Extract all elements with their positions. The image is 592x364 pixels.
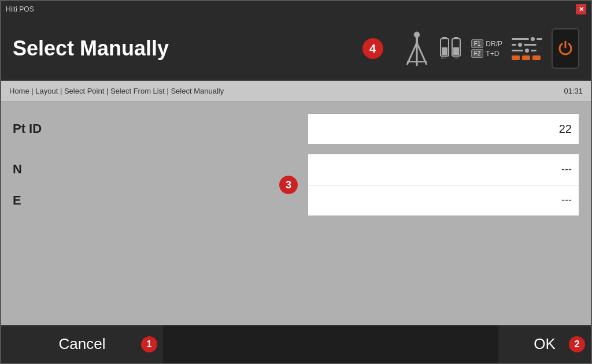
- svg-rect-10: [454, 37, 458, 39]
- fn-row-2: F2 T+D: [471, 49, 502, 58]
- footer: Cancel 1 OK 2: [1, 325, 591, 363]
- breadcrumb-bar: Home | Layout | Select Point | Select Fr…: [1, 81, 591, 102]
- header: Select Manually 4: [1, 17, 591, 81]
- main-window: Hilti POS ✕ Select Manually 4: [0, 0, 592, 364]
- t-d-label: T+D: [486, 50, 499, 58]
- svg-rect-7: [442, 37, 447, 39]
- fn-keys: F1 DR/P F2 T+D: [471, 39, 502, 58]
- battery-icon[interactable]: POC POS: [439, 28, 462, 69]
- cancel-label: Cancel: [59, 335, 106, 353]
- ok-label: OK: [534, 335, 556, 353]
- dr-p-label: DR/P: [486, 40, 502, 48]
- n-label: N: [13, 154, 308, 185]
- power-icon: [556, 39, 575, 58]
- f2-key[interactable]: F2: [471, 49, 484, 58]
- ne-labels: N E: [13, 154, 308, 216]
- e-label: E: [13, 185, 308, 216]
- sliders-graphic: [512, 37, 542, 60]
- f1-key[interactable]: F1: [471, 39, 484, 48]
- breadcrumb-time: 01:31: [564, 87, 583, 95]
- title-bar-text: Hilti POS: [6, 5, 34, 13]
- badge-1: 1: [141, 336, 157, 352]
- main-content: Pt ID 22 N E 3 --- ---: [1, 102, 591, 325]
- svg-rect-11: [453, 47, 459, 55]
- svg-rect-1: [416, 37, 418, 43]
- svg-text:POC: POC: [441, 57, 446, 60]
- page-title: Select Manually: [13, 36, 362, 61]
- e-value[interactable]: ---: [308, 185, 579, 216]
- svg-text:POS: POS: [453, 57, 458, 60]
- badge-2: 2: [569, 336, 585, 352]
- header-icons: 4: [362, 28, 579, 69]
- badge-4: 4: [362, 38, 383, 59]
- settings-icon[interactable]: [512, 37, 542, 60]
- ne-container: N E 3 --- ---: [13, 154, 579, 216]
- ok-button[interactable]: OK 2: [498, 325, 591, 363]
- pt-id-row: Pt ID 22: [13, 113, 579, 144]
- pt-id-value: 22: [559, 122, 572, 136]
- tripod-icon[interactable]: [404, 30, 430, 68]
- ne-input-container[interactable]: 3 --- ---: [308, 154, 579, 216]
- pt-id-input[interactable]: 22: [308, 113, 579, 144]
- fn-row-1: F1 DR/P: [471, 39, 502, 48]
- close-button[interactable]: ✕: [576, 4, 586, 14]
- badge-3: 3: [279, 176, 298, 194]
- svg-rect-8: [442, 47, 447, 55]
- power-button[interactable]: [552, 28, 579, 69]
- svg-point-0: [414, 32, 420, 38]
- pt-id-label: Pt ID: [13, 121, 308, 136]
- n-value[interactable]: ---: [308, 154, 579, 185]
- cancel-button[interactable]: Cancel 1: [1, 325, 163, 363]
- breadcrumb: Home | Layout | Select Point | Select Fr…: [9, 87, 224, 95]
- title-bar: Hilti POS ✕: [1, 1, 591, 17]
